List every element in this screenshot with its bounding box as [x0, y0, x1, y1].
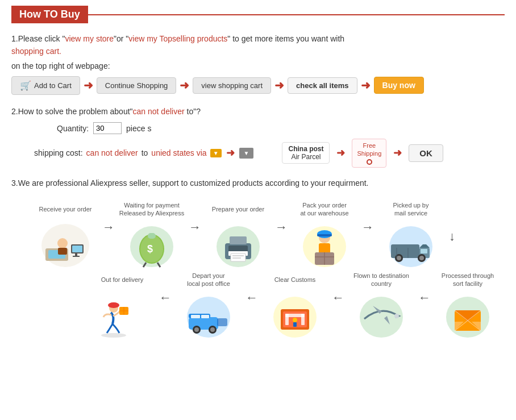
flow-item-customs: Clear Customs [258, 271, 332, 342]
flow-item-pack: Pack your orderat our warehouse [288, 201, 361, 271]
flow-label-receive: Receive your order [39, 201, 92, 218]
flow-icon-customs [267, 290, 323, 342]
ok-button[interactable]: OK [409, 144, 443, 162]
flow-item-sort: Processed throughsort facility [431, 271, 505, 342]
add-to-cart-button[interactable]: 🛒 Add to Cart [11, 76, 80, 95]
cannot-deliver-highlight: can not deliver [133, 107, 185, 116]
buy-now-label: Buy now [382, 81, 415, 90]
svg-rect-60 [293, 322, 297, 327]
free-shipping-circle [367, 159, 372, 165]
shipping-cost-row: shipping cost: can not deliver to unied … [34, 147, 253, 159]
text-post: " to get more items you want with [227, 34, 344, 43]
connector-1: → [102, 201, 115, 235]
svg-rect-4 [58, 248, 67, 255]
check-all-label: check all items [296, 81, 349, 90]
dropdown-arrow-icon[interactable]: ▼ [210, 149, 222, 157]
connector-3: → [275, 201, 288, 235]
svg-rect-58 [285, 314, 305, 317]
flow-icon-flown [353, 290, 410, 342]
svg-point-65 [194, 327, 199, 332]
shipping-label: shipping cost: [34, 148, 83, 157]
flow-icon-payment: $ [123, 220, 180, 271]
continue-shopping-button[interactable]: Continue Shopping [97, 77, 177, 94]
svg-point-59 [293, 318, 297, 322]
flow-label-customs: Clear Customs [274, 271, 316, 288]
flow-icon-depart [180, 290, 237, 342]
flow-label-flown: Flown to destinationcountry [353, 271, 409, 288]
svg-rect-21 [231, 253, 245, 261]
flow-label-sort: Processed throughsort facility [442, 271, 494, 288]
flow-label-depart: Depart yourlocal post office [187, 271, 230, 288]
connector-r4: ← [159, 271, 172, 305]
flow-icon-delivery [94, 290, 151, 342]
check-all-button[interactable]: check all items [288, 77, 357, 94]
down-arrow-connector: ↓ [449, 201, 455, 248]
arrow-2: ➜ [180, 78, 189, 92]
flow-item-payment: Waiting for paymentReleased by Aliexpres… [115, 201, 189, 271]
svg-rect-28 [319, 243, 330, 253]
buy-now-button[interactable]: Buy now [374, 77, 424, 94]
connector-r3: ← [245, 271, 258, 305]
view-cart-label: view shopping cart [201, 81, 263, 90]
connector-4: → [361, 201, 374, 235]
shipping-arrow: ➜ [226, 147, 235, 159]
flow-label-pickup: Picked up bymail service [393, 201, 429, 218]
step1-subtext: on the top right of webpage: [11, 61, 505, 70]
flow-item-delivery: Out for delivery [85, 271, 159, 342]
free-label: Free [363, 142, 376, 149]
down-triangle-icon[interactable]: ▼ [239, 148, 254, 159]
svg-text:$: $ [147, 243, 153, 255]
flow-icon-pack [296, 220, 353, 271]
header-line [88, 14, 505, 15]
step3-text: 3.We are professional Aliexpress seller,… [11, 177, 505, 189]
quantity-unit: piece s [126, 124, 151, 133]
flow-icon-receive [37, 220, 94, 271]
svg-rect-40 [421, 249, 427, 253]
svg-rect-6 [72, 246, 82, 252]
shopping-cart-link: shopping cart. [11, 47, 61, 56]
text-pre: 1.Please click " [11, 34, 65, 43]
page-title: How TO Buy [11, 6, 88, 23]
china-post-sub: Air Parcel [291, 153, 321, 161]
svg-rect-70 [217, 318, 227, 326]
flow-label-prepare: Prepare your order [212, 201, 264, 218]
svg-rect-20 [230, 236, 247, 244]
svg-rect-69 [201, 315, 209, 318]
shipping-location-link[interactable]: unied states via [151, 148, 206, 157]
flow-icon-pickup [382, 220, 439, 271]
svg-point-52 [394, 314, 399, 318]
step2-text-pre: 2.How to solve the problem about" [11, 107, 133, 116]
flow-label-payment: Waiting for paymentReleased by Aliexpres… [119, 201, 184, 218]
quantity-label: Quantity: [57, 124, 89, 133]
page-header: How TO Buy [11, 6, 505, 23]
shipping-cannot-deliver: can not deliver [86, 148, 138, 157]
quantity-input[interactable] [93, 122, 122, 134]
connector-2: → [189, 201, 201, 235]
svg-point-37 [397, 256, 401, 260]
svg-rect-8 [73, 256, 80, 257]
flow-item-prepare: Prepare your order [201, 201, 275, 271]
continue-shopping-label: Continue Shopping [105, 81, 168, 90]
svg-point-3 [57, 238, 68, 248]
flow-icon-prepare [210, 220, 267, 271]
quantity-row: Quantity: piece s [57, 122, 505, 134]
flow-icon-sort [439, 290, 496, 342]
section-2: 2.How to solve the problem about"can not… [11, 105, 505, 168]
step1-description: 1.Please click "view my store"or "view m… [11, 32, 505, 58]
view-store-link[interactable]: view my store [65, 34, 114, 43]
section-1: 1.Please click "view my store"or "view m… [11, 32, 505, 95]
svg-point-76 [101, 333, 126, 338]
svg-rect-33 [391, 244, 419, 258]
shipping-to: to [142, 148, 148, 157]
connector-r2: ← [332, 271, 344, 305]
flow-label-delivery: Out for delivery [101, 271, 144, 288]
svg-rect-68 [191, 315, 200, 318]
view-cart-button[interactable]: view shopping cart [193, 77, 271, 94]
free-shipping-box: Free Shipping [352, 139, 386, 168]
china-post-arrow: ➜ [336, 147, 345, 159]
flow-item-pickup: Picked up bymail service [374, 201, 448, 271]
process-row-2: Processed throughsort facility ← [11, 271, 505, 342]
view-topselling-link[interactable]: view my Topselling products [128, 34, 227, 43]
purchase-flow-bar: 🛒 Add to Cart ➜ Continue Shopping ➜ view… [11, 76, 505, 95]
flow-item-depart: Depart yourlocal post office [172, 271, 245, 342]
